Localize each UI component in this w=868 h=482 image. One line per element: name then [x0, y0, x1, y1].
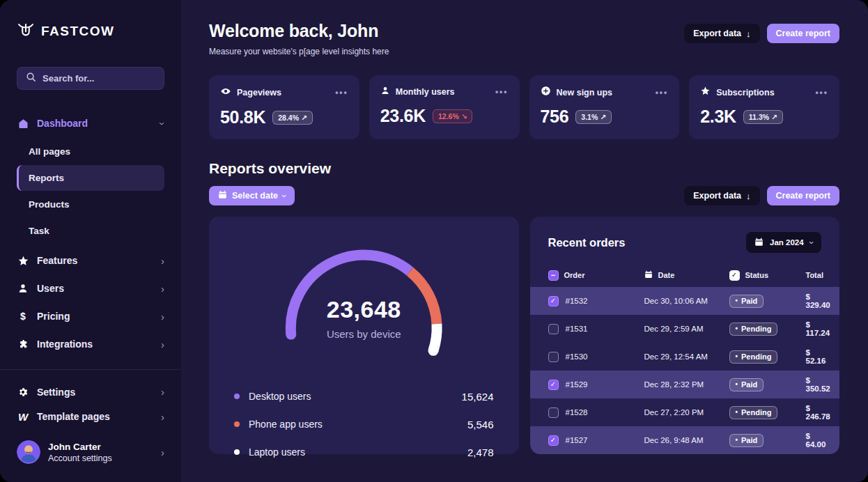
- status-badge: •Pending: [729, 322, 778, 336]
- dollar-icon: $: [17, 311, 29, 322]
- chevron-right-icon: ›: [161, 339, 164, 350]
- legend-value: 2,478: [467, 446, 494, 458]
- order-date: Dec 28, 2:32 PM: [644, 380, 729, 389]
- more-options-icon[interactable]: •••: [335, 88, 348, 98]
- sidebar-item-dashboard[interactable]: Dashboard ›: [17, 109, 164, 137]
- export-data-button[interactable]: Export data ↓: [684, 186, 759, 205]
- sidebar-item-pricing[interactable]: $ Pricing ›: [17, 302, 164, 330]
- trend-badge: 28.4% ↗: [272, 111, 313, 125]
- row-checkbox[interactable]: [548, 407, 559, 418]
- month-select[interactable]: Jan 2024 ›: [746, 232, 821, 253]
- order-row-1528[interactable]: #1528Dec 27, 2:20 PM•Pending$ 246.78: [530, 398, 840, 426]
- page-subtitle: Measure your website's p[age level insig…: [209, 47, 389, 56]
- orders-header: Recent orders Jan 2024 ›: [530, 232, 840, 253]
- export-data-button[interactable]: Export data ↓: [684, 24, 759, 43]
- sidebar-item-label: Settings: [37, 387, 75, 398]
- user-icon: [380, 86, 390, 98]
- more-options-icon[interactable]: •••: [815, 88, 828, 98]
- sidebar-subitem-task[interactable]: Task: [17, 218, 164, 244]
- status-dot-icon: •: [736, 436, 738, 444]
- user-icon: [17, 283, 29, 294]
- column-date: Date: [644, 270, 729, 280]
- sidebar-subitem-all-pages[interactable]: All pages: [17, 139, 164, 164]
- sidebar-item-settings[interactable]: Settings ›: [17, 380, 164, 404]
- sidebar-item-users[interactable]: Users ›: [17, 274, 164, 302]
- order-row-1530[interactable]: #1530Dec 29, 12:54 AM•Pending$ 52.16: [530, 343, 840, 371]
- more-options-icon[interactable]: •••: [495, 87, 509, 97]
- search-input[interactable]: [42, 73, 155, 84]
- more-options-icon[interactable]: •••: [656, 88, 669, 98]
- orders-title: Recent orders: [548, 236, 626, 249]
- legend-label: Phone app users: [249, 419, 323, 430]
- month-label: Jan 2024: [770, 238, 804, 247]
- order-row-1531[interactable]: #1531Dec 29, 2:59 AM•Pending$ 117.24: [530, 315, 840, 343]
- order-date: Dec 30, 10:06 AM: [644, 297, 729, 305]
- row-checkbox[interactable]: ✓: [548, 380, 559, 390]
- gear-icon: [17, 387, 29, 398]
- stat-value: 23.6K: [380, 106, 426, 126]
- status-label: Pending: [741, 352, 771, 361]
- order-row-1532[interactable]: ✓#1532Dec 30, 10:06 AM•Paid$ 329.40: [530, 287, 840, 315]
- search-box[interactable]: [17, 67, 164, 90]
- profile-text: John Carter Account settings: [48, 442, 112, 463]
- sidebar-subitem-reports[interactable]: Reports: [17, 165, 164, 191]
- select-date-button[interactable]: Select date ›: [209, 186, 295, 205]
- sidebar-item-template-pages[interactable]: W Template pages ›: [17, 405, 164, 429]
- account-settings[interactable]: John Carter Account settings ›: [17, 440, 164, 464]
- chevron-down-icon: ›: [157, 122, 168, 125]
- star-icon: [700, 86, 711, 99]
- stats-row: Pageviews ••• 50.8K 28.4% ↗ Monthly user…: [209, 75, 839, 139]
- column-order: − Order: [548, 270, 644, 281]
- legend-label: Desktop users: [249, 391, 311, 402]
- sidebar-item-features[interactable]: Features ›: [17, 247, 164, 274]
- status-label: Paid: [741, 297, 757, 305]
- calendar-icon: [754, 238, 764, 248]
- orders-column-headers: − Order Date ✓ Status Total: [530, 266, 840, 284]
- reports-actions: Export data ↓ Create report: [684, 186, 839, 205]
- sidebar-subitem-products[interactable]: Products: [17, 192, 164, 217]
- order-id: #1530: [566, 352, 588, 361]
- stat-card-monthly-users: Monthly users ••• 23.6K 12.6% ↘: [369, 75, 520, 139]
- sidebar-item-integrations[interactable]: Integrations ›: [17, 330, 164, 358]
- stat-label: Subscriptions: [716, 88, 774, 98]
- status-dot-icon: •: [736, 297, 738, 304]
- order-total: $ 329.40: [806, 293, 830, 309]
- puzzle-icon: [17, 339, 29, 350]
- app-window: FASTCOW Dashboard › All pagesReportsPr: [0, 0, 868, 482]
- reports-cards: 23,648 Users by device Desktop users 15,…: [209, 217, 839, 454]
- row-checkbox[interactable]: ✓: [548, 435, 559, 446]
- status-badge: •Paid: [729, 295, 764, 308]
- order-row-1527[interactable]: ✓#1527Dec 26, 9:48 AM•Paid$ 64.00: [530, 426, 840, 454]
- page-title: Welcome back, John: [209, 21, 389, 41]
- status-checkbox-icon[interactable]: ✓: [729, 270, 740, 281]
- stat-value: 2.3K: [700, 107, 736, 127]
- download-arrow-icon: ↓: [746, 29, 751, 39]
- gauge-subtitle: Users by device: [209, 328, 519, 340]
- order-date: Dec 29, 12:54 AM: [644, 352, 729, 361]
- sidebar-item-label: Dashboard: [37, 118, 88, 129]
- create-report-button[interactable]: Create report: [767, 186, 840, 205]
- sidebar-divider: [0, 369, 181, 370]
- column-label: Total: [806, 271, 823, 279]
- logo-text: FASTCOW: [41, 24, 115, 39]
- chevron-right-icon: ›: [161, 447, 164, 458]
- stat-value: 50.8K: [220, 107, 265, 127]
- row-checkbox[interactable]: [548, 324, 559, 334]
- fastcow-logo-icon: [17, 21, 35, 42]
- row-checkbox[interactable]: [548, 352, 559, 362]
- create-report-button[interactable]: Create report: [767, 24, 840, 43]
- column-total: Total: [806, 271, 823, 279]
- chevron-right-icon: ›: [161, 387, 164, 397]
- status-badge: •Paid: [729, 434, 764, 447]
- download-arrow-icon: ↓: [746, 191, 751, 201]
- order-row-1529[interactable]: ✓#1529Dec 28, 2:32 PM•Paid$ 350.52: [530, 371, 840, 398]
- sidebar-item-label: Pricing: [37, 311, 70, 322]
- gauge-cap: [428, 345, 439, 356]
- calendar-icon: [218, 190, 227, 201]
- select-all-checkbox[interactable]: −: [548, 270, 559, 281]
- export-data-label: Export data: [693, 29, 741, 38]
- stat-card-pageviews: Pageviews ••• 50.8K 28.4% ↗: [209, 75, 359, 139]
- chevron-right-icon: ›: [161, 412, 164, 422]
- row-checkbox[interactable]: ✓: [548, 296, 559, 306]
- device-legend: Desktop users 15,624 Phone app users 5,5…: [209, 371, 519, 466]
